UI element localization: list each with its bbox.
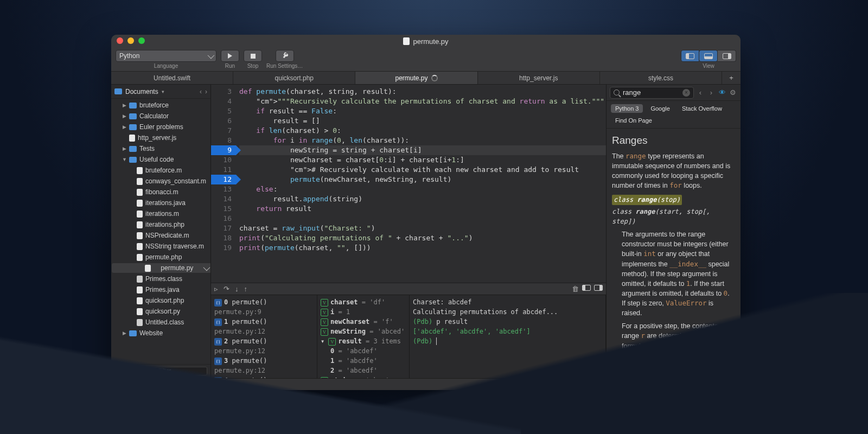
tab[interactable]: style.css bbox=[600, 72, 722, 84]
search-next-button[interactable]: › bbox=[707, 88, 716, 97]
tree-file[interactable]: quicksort.py bbox=[111, 306, 210, 317]
status-tabs[interactable]: Tabs: 4 ⌄ bbox=[593, 381, 631, 388]
variable-row[interactable]: VnewString = 'abced' bbox=[321, 327, 406, 336]
filter-input[interactable]: Filter bbox=[155, 367, 207, 375]
variable-row[interactable]: 2 = 'abcedf' bbox=[321, 366, 406, 375]
view-label: View bbox=[703, 63, 714, 69]
toolbar: Python Language Run Stop Run Settings… V… bbox=[111, 48, 741, 72]
tree-file[interactable]: NSString traverse.m bbox=[111, 241, 210, 252]
view-bottom-pane-button[interactable] bbox=[699, 50, 718, 62]
search-prev-button[interactable]: ‹ bbox=[696, 88, 705, 97]
new-folder-button[interactable]: ▢ bbox=[125, 367, 131, 376]
view-left-pane-button[interactable] bbox=[681, 50, 699, 62]
variable-row[interactable]: Vstring = 'abce' bbox=[321, 375, 406, 378]
variable-row[interactable]: Vcharset = 'df' bbox=[321, 297, 406, 307]
scope-stackoverflow[interactable]: Stack Overflow bbox=[678, 104, 726, 113]
play-icon bbox=[228, 53, 232, 59]
variable-row[interactable]: Vi = 1 bbox=[321, 307, 406, 317]
variables-panel[interactable]: Vcharset = 'df' Vi = 1 VnewCharset = 'f'… bbox=[317, 295, 410, 378]
console-line: ['abcdef', 'abcdfe', 'abcedf'] bbox=[413, 327, 602, 336]
continue-button[interactable]: ▹ bbox=[214, 285, 218, 293]
view-right-pane-button[interactable] bbox=[718, 50, 736, 62]
tree-file[interactable]: NSPredicate.m bbox=[111, 230, 210, 241]
variable-row[interactable]: ▾ Vresult = 3 items bbox=[321, 336, 406, 346]
line-gutter[interactable]: 345678910111213141516171819 bbox=[211, 85, 235, 283]
step-over-button[interactable]: ↷ bbox=[224, 285, 229, 293]
doc-heading: Ranges bbox=[612, 133, 735, 148]
doc-paragraph: For a negative step, the contents of the… bbox=[612, 364, 735, 378]
search-highlight-toggle[interactable]: 👁 bbox=[718, 88, 726, 97]
titlebar: permute.py bbox=[111, 35, 741, 48]
filter-toggle[interactable]: ◑ bbox=[145, 367, 151, 376]
code-area[interactable]: def permute(charset, string, result): "c… bbox=[235, 85, 606, 283]
debug-pane-right-icon[interactable] bbox=[594, 285, 603, 291]
spinner-icon bbox=[431, 75, 438, 81]
tree-folder[interactable]: ▶Calculator bbox=[111, 111, 210, 122]
tree-file[interactable]: Primes.class bbox=[111, 273, 210, 284]
search-settings-button[interactable]: ⚙ bbox=[729, 88, 737, 97]
tree-folder[interactable]: ▶Tests bbox=[111, 143, 210, 154]
scope-python3[interactable]: Python 3 bbox=[611, 104, 643, 113]
path-forward-button[interactable]: › bbox=[205, 88, 207, 95]
variable-row[interactable]: 0 = 'abcdef' bbox=[321, 346, 406, 356]
close-window-button[interactable] bbox=[117, 37, 123, 44]
tree-file[interactable]: http_server.js bbox=[111, 132, 210, 143]
tab[interactable]: Untitled.swift bbox=[111, 72, 233, 84]
tree-file[interactable]: iterations.m bbox=[111, 208, 210, 219]
tree-folder[interactable]: ▼Useful code bbox=[111, 154, 210, 165]
run-button[interactable] bbox=[221, 50, 239, 62]
path-bar[interactable]: Documents ▾ ‹ › bbox=[111, 85, 210, 99]
stop-icon bbox=[251, 54, 256, 59]
tree-folder[interactable]: ▶Euler problems bbox=[111, 122, 210, 132]
window-title: permute.py bbox=[403, 37, 448, 46]
tab[interactable]: http_server.js bbox=[478, 72, 600, 84]
stack-frame[interactable]: {}0 permute() permute.py:9 bbox=[214, 297, 314, 317]
tree-file[interactable]: permute.php bbox=[111, 252, 210, 263]
tree-folder[interactable]: ▶Website bbox=[111, 328, 210, 339]
step-out-button[interactable]: ↑ bbox=[244, 285, 248, 293]
step-into-button[interactable]: ↓ bbox=[235, 285, 239, 293]
file-sidebar: Documents ▾ ‹ › ▶bruteforce▶Calculator▶E… bbox=[111, 85, 211, 378]
scope-google[interactable]: Google bbox=[646, 104, 674, 113]
add-file-button[interactable]: ＋ bbox=[114, 367, 121, 376]
reveal-button[interactable]: ⇥ bbox=[136, 367, 141, 376]
tree-file[interactable]: permute.py bbox=[111, 263, 210, 273]
clear-search-button[interactable]: × bbox=[682, 89, 690, 97]
tree-file[interactable]: iterations.php bbox=[111, 219, 210, 230]
code-editor[interactable]: 345678910111213141516171819 def permute(… bbox=[211, 85, 606, 283]
tree-folder[interactable]: ▶bruteforce bbox=[111, 100, 210, 111]
debug-panels: {}0 permute() permute.py:9{}1 permute() … bbox=[211, 295, 606, 378]
console-panel[interactable]: Charset: abcdef Calculating permutations… bbox=[410, 295, 606, 378]
tab[interactable]: quicksort.php bbox=[233, 72, 355, 84]
stack-frame[interactable]: {}3 permute() permute.py:12 bbox=[214, 356, 314, 375]
tree-file[interactable]: conways_constant.m bbox=[111, 176, 210, 187]
call-stack-panel[interactable]: {}0 permute() permute.py:9{}1 permute() … bbox=[211, 295, 317, 378]
variable-row[interactable]: 1 = 'abcdfe' bbox=[321, 356, 406, 366]
stop-button[interactable] bbox=[244, 50, 262, 62]
stack-frame[interactable]: {}4 permute() permute.py:12 bbox=[214, 375, 314, 378]
minimize-window-button[interactable] bbox=[127, 37, 134, 44]
tree-file[interactable]: fibonacci.m bbox=[111, 187, 210, 197]
language-selector[interactable]: Python bbox=[116, 50, 216, 62]
tab[interactable]: permute.py bbox=[355, 72, 477, 84]
tree-file[interactable]: iterations.java bbox=[111, 197, 210, 208]
doc-search-input[interactable]: range × bbox=[610, 87, 694, 99]
tree-file[interactable]: Untitled.class bbox=[111, 317, 210, 328]
variable-row[interactable]: VnewCharset = 'f' bbox=[321, 317, 406, 327]
new-tab-button[interactable]: + bbox=[722, 72, 741, 84]
run-settings-button[interactable] bbox=[276, 50, 294, 62]
stack-frame[interactable]: {}1 permute() permute.py:12 bbox=[214, 317, 314, 336]
doc-content[interactable]: Ranges The range type represents an immu… bbox=[607, 129, 741, 378]
status-symbol[interactable]: ƒ permute ⌄ bbox=[546, 381, 593, 388]
tree-file[interactable]: quicksort.php bbox=[111, 295, 210, 306]
status-doc[interactable]: ▤ Ranges ⌄ bbox=[692, 381, 741, 388]
stack-frame[interactable]: {}2 permute() permute.py:12 bbox=[214, 336, 314, 356]
tree-file[interactable]: bruteforce.m bbox=[111, 165, 210, 176]
status-cursor: Line 9, Column 44 bbox=[633, 381, 692, 388]
clear-console-button[interactable]: 🗑 bbox=[572, 285, 579, 293]
scope-find-on-page[interactable]: Find On Page bbox=[611, 116, 656, 125]
path-back-button[interactable]: ‹ bbox=[200, 88, 202, 95]
debug-pane-left-icon[interactable] bbox=[582, 285, 591, 291]
tree-file[interactable]: Primes.java bbox=[111, 284, 210, 295]
zoom-window-button[interactable] bbox=[138, 37, 145, 44]
